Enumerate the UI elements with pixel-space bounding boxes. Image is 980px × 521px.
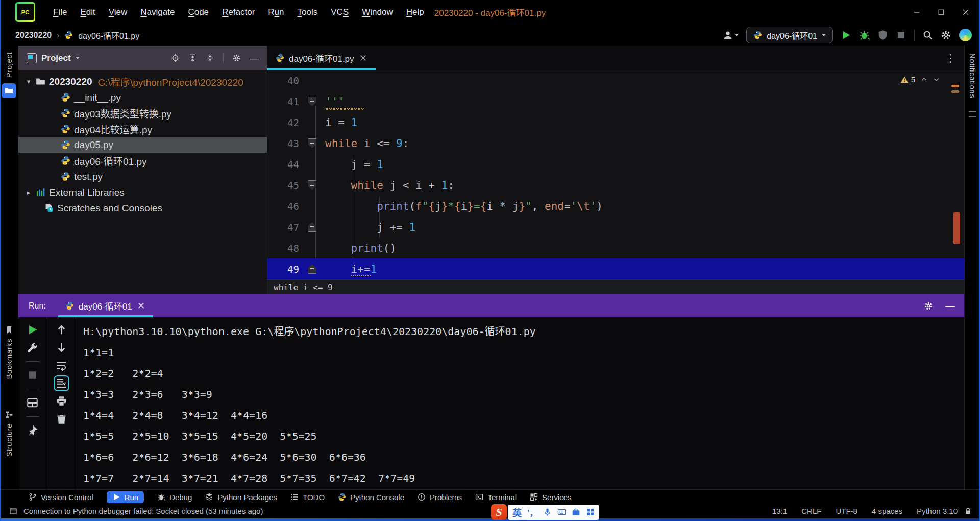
minimize-button[interactable] <box>904 0 929 24</box>
event-log-icon[interactable] <box>9 507 17 515</box>
microphone-icon[interactable] <box>543 508 552 516</box>
chevron-down-icon[interactable]: ▾ <box>25 78 32 85</box>
fold-marker-icon[interactable] <box>308 180 316 190</box>
tool-window-button-problems[interactable]: Problems <box>418 493 462 502</box>
code-editor[interactable]: 4041'''42i = 143while i <= 9:44 j = 145 … <box>267 70 964 279</box>
code-line-41[interactable]: 41''' <box>267 91 964 112</box>
close-tab-icon[interactable] <box>137 301 145 310</box>
panel-options-button[interactable] <box>232 54 241 62</box>
code-line-44[interactable]: 44 j = 1 <box>267 154 964 175</box>
bookmarks-tool-window-button[interactable]: Bookmarks <box>0 326 18 380</box>
maximize-button[interactable] <box>929 0 953 24</box>
fold-marker-icon[interactable] <box>308 97 316 106</box>
menu-item-code[interactable]: Code <box>181 0 215 24</box>
user-account-button[interactable] <box>723 30 739 40</box>
run-configuration-selector[interactable]: day06-循环01 <box>746 27 833 43</box>
structure-tool-window-button[interactable]: Structure <box>0 411 18 457</box>
expand-all-button[interactable] <box>188 54 197 62</box>
menu-item-run[interactable]: Run <box>261 0 290 24</box>
tool-window-button-python-console[interactable]: Python Console <box>338 493 404 502</box>
tree-item-day04-py[interactable]: day04比较运算.py <box>18 121 267 137</box>
code-line-47[interactable]: 47 j += 1 <box>267 217 964 238</box>
previous-problem-button[interactable] <box>921 76 927 83</box>
code-line-43[interactable]: 43while i <= 9: <box>267 133 964 154</box>
down-stack-trace-button[interactable] <box>56 342 67 353</box>
tab-options-button[interactable]: ⋮ <box>945 53 956 63</box>
code-line-49[interactable]: 49 i+=1 <box>267 258 964 279</box>
code-with-me-icon[interactable] <box>959 29 972 41</box>
keyboard-icon[interactable] <box>557 508 566 516</box>
sogou-logo-icon[interactable]: S <box>491 504 507 520</box>
tool-window-button-terminal[interactable]: Terminal <box>475 493 517 502</box>
code-line-40[interactable]: 40 <box>267 70 964 91</box>
run-settings-button[interactable] <box>27 342 38 353</box>
breadcrumb-file[interactable]: day06-循环01.py <box>78 29 139 41</box>
code-line-48[interactable]: 48 print() <box>267 238 964 258</box>
stop-button[interactable] <box>896 30 906 40</box>
lock-icon[interactable] <box>964 507 972 515</box>
up-stack-trace-button[interactable] <box>56 324 67 336</box>
next-problem-button[interactable] <box>933 76 940 83</box>
status-widget[interactable]: 13:1 <box>772 507 787 515</box>
collapse-all-button[interactable] <box>206 54 214 62</box>
menu-item-file[interactable]: File <box>46 0 74 24</box>
clear-all-button[interactable] <box>56 413 67 425</box>
close-tab-icon[interactable] <box>359 54 368 62</box>
restore-layout-button[interactable] <box>27 397 38 409</box>
code-line-46[interactable]: 46 print(f"{j}*{i}={i * j}", end='\t') <box>267 196 964 217</box>
tool-window-button-services[interactable]: Services <box>530 493 572 502</box>
tree-item-__init__-py[interactable]: __init__.py <box>18 89 267 105</box>
select-opened-file-button[interactable] <box>171 54 180 62</box>
inspections-widget[interactable]: 5 <box>900 75 940 84</box>
status-widget[interactable]: UTF-8 <box>836 507 857 515</box>
menu-item-navigate[interactable]: Navigate <box>134 0 181 24</box>
menu-item-edit[interactable]: Edit <box>74 0 102 24</box>
tool-window-button-python-packages[interactable]: Python Packages <box>205 493 277 502</box>
tree-item-scratches-and-consoles[interactable]: Scratches and Consoles <box>18 200 267 216</box>
apps-grid-icon[interactable] <box>586 508 595 516</box>
status-message[interactable]: Connection to Python debugger failed: So… <box>23 507 263 515</box>
menu-item-view[interactable]: View <box>102 0 134 24</box>
menu-item-window[interactable]: Window <box>355 0 399 24</box>
run-tab-active[interactable]: day06-循环01 <box>58 294 153 317</box>
settings-button[interactable] <box>941 30 951 40</box>
debug-button[interactable] <box>859 30 870 40</box>
search-everywhere-button[interactable] <box>922 30 933 40</box>
stop-button[interactable] <box>27 369 38 381</box>
tree-item-external-libraries[interactable]: ▸External Libraries <box>18 184 267 200</box>
menu-item-vcs[interactable]: VCS <box>324 0 355 24</box>
editor-tab-active[interactable]: day06-循环01.py <box>267 46 376 70</box>
menu-item-refactor[interactable]: Refactor <box>215 0 261 24</box>
chevron-right-icon[interactable]: ▸ <box>25 188 32 196</box>
tool-window-button-run[interactable]: Run <box>107 491 144 503</box>
menu-item-help[interactable]: Help <box>400 0 431 24</box>
ime-language-button[interactable]: 英 <box>512 506 522 519</box>
tree-item-day06-01-py[interactable]: day06-循环01.py <box>18 153 267 169</box>
rerun-button[interactable] <box>27 324 38 336</box>
tree-item-day03-py[interactable]: day03数据类型转换.py <box>18 105 267 121</box>
tool-window-button-todo[interactable]: TODO <box>290 493 325 502</box>
toolbox-icon[interactable] <box>572 508 580 516</box>
project-panel-title[interactable]: Project <box>41 53 71 63</box>
menu-item-tools[interactable]: Tools <box>291 0 325 24</box>
status-widget[interactable]: Python 3.10 <box>917 507 958 515</box>
print-button[interactable] <box>56 395 67 407</box>
scroll-to-end-button[interactable] <box>56 377 67 389</box>
hide-panel-button[interactable]: — <box>250 54 259 63</box>
status-widget[interactable]: 4 spaces <box>872 507 902 515</box>
notifications-tool-window-button[interactable]: Notifications <box>968 53 977 98</box>
run-button[interactable] <box>841 30 851 40</box>
status-widget[interactable]: CRLF <box>801 507 821 515</box>
ime-punctuation-button[interactable]: ’， <box>527 506 537 518</box>
breadcrumb-project[interactable]: 20230220 <box>15 31 52 40</box>
pin-tab-button[interactable] <box>27 424 38 436</box>
close-button[interactable] <box>953 0 978 24</box>
chevron-down-icon[interactable] <box>76 57 80 59</box>
panel-options-button[interactable] <box>924 301 933 311</box>
code-line-42[interactable]: 42i = 1 <box>267 112 964 133</box>
tree-item-test-py[interactable]: test.py <box>18 169 267 184</box>
run-with-coverage-button[interactable] <box>877 30 888 40</box>
fold-marker-icon[interactable] <box>308 222 316 232</box>
fold-marker-icon[interactable] <box>308 138 316 148</box>
tool-window-button-version-control[interactable]: Version Control <box>29 493 93 502</box>
